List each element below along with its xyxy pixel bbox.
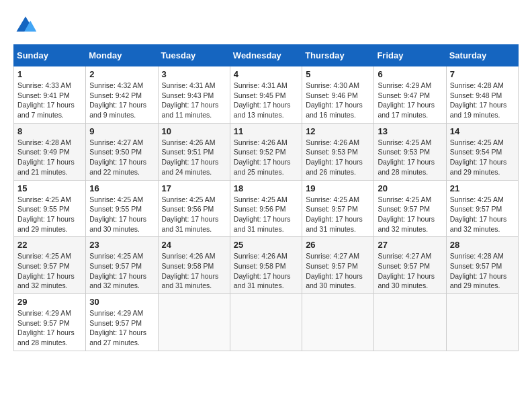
calendar-table: SundayMondayTuesdayWednesdayThursdayFrid… [13,44,519,351]
calendar-cell: 21Sunrise: 4:25 AM Sunset: 9:57 PM Dayli… [446,180,518,237]
calendar-cell: 15Sunrise: 4:25 AM Sunset: 9:55 PM Dayli… [14,180,86,237]
day-number: 11 [234,126,298,136]
day-number: 3 [162,69,226,79]
calendar-cell: 12Sunrise: 4:26 AM Sunset: 9:53 PM Dayli… [302,123,374,180]
day-number: 4 [234,69,298,79]
day-number: 17 [162,183,226,193]
day-info: Sunrise: 4:25 AM Sunset: 9:55 PM Dayligh… [17,195,82,234]
calendar-cell: 6Sunrise: 4:29 AM Sunset: 9:47 PM Daylig… [374,66,446,124]
day-number: 20 [378,183,442,193]
day-info: Sunrise: 4:27 AM Sunset: 9:57 PM Dayligh… [378,251,442,291]
day-info: Sunrise: 4:29 AM Sunset: 9:57 PM Dayligh… [89,308,154,348]
calendar-cell: 9Sunrise: 4:27 AM Sunset: 9:50 PM Daylig… [86,123,158,180]
day-number: 13 [378,126,442,136]
day-info: Sunrise: 4:25 AM Sunset: 9:57 PM Dayligh… [17,251,82,291]
day-info: Sunrise: 4:25 AM Sunset: 9:56 PM Dayligh… [162,195,226,234]
day-info: Sunrise: 4:30 AM Sunset: 9:46 PM Dayligh… [306,81,370,120]
day-number: 23 [89,240,154,250]
day-info: Sunrise: 4:29 AM Sunset: 9:47 PM Dayligh… [378,81,442,120]
day-info: Sunrise: 4:26 AM Sunset: 9:52 PM Dayligh… [234,138,298,177]
day-number: 6 [378,69,442,79]
day-number: 22 [17,240,82,250]
logo-icon [13,13,38,38]
calendar-cell: 26Sunrise: 4:27 AM Sunset: 9:57 PM Dayli… [302,237,374,294]
calendar-cell: 1Sunrise: 4:33 AM Sunset: 9:41 PM Daylig… [14,66,86,124]
header-sunday: Sunday [14,45,86,66]
day-info: Sunrise: 4:28 AM Sunset: 9:48 PM Dayligh… [450,81,515,120]
calendar-cell: 17Sunrise: 4:25 AM Sunset: 9:56 PM Dayli… [158,180,230,237]
calendar-cell: 5Sunrise: 4:30 AM Sunset: 9:46 PM Daylig… [302,66,374,124]
header-thursday: Thursday [302,45,374,66]
day-info: Sunrise: 4:33 AM Sunset: 9:41 PM Dayligh… [17,81,82,120]
calendar-cell: 25Sunrise: 4:26 AM Sunset: 9:58 PM Dayli… [230,237,302,294]
day-number: 15 [17,183,82,193]
day-number: 8 [17,126,82,136]
day-number: 26 [306,240,370,250]
calendar-cell: 2Sunrise: 4:32 AM Sunset: 9:42 PM Daylig… [86,66,158,124]
day-info: Sunrise: 4:25 AM Sunset: 9:57 PM Dayligh… [306,195,370,234]
calendar-cell: 22Sunrise: 4:25 AM Sunset: 9:57 PM Dayli… [14,237,86,294]
calendar-cell: 23Sunrise: 4:25 AM Sunset: 9:57 PM Dayli… [86,237,158,294]
day-info: Sunrise: 4:28 AM Sunset: 9:49 PM Dayligh… [17,138,82,177]
header-friday: Friday [374,45,446,66]
day-info: Sunrise: 4:25 AM Sunset: 9:57 PM Dayligh… [89,251,154,291]
page-header [13,13,519,38]
calendar-cell: 27Sunrise: 4:27 AM Sunset: 9:57 PM Dayli… [374,237,446,294]
day-number: 9 [89,126,154,136]
day-number: 1 [17,69,82,79]
week-row-2: 8Sunrise: 4:28 AM Sunset: 9:49 PM Daylig… [14,123,519,180]
calendar-cell: 8Sunrise: 4:28 AM Sunset: 9:49 PM Daylig… [14,123,86,180]
day-number: 18 [234,183,298,193]
day-number: 19 [306,183,370,193]
calendar-cell: 28Sunrise: 4:28 AM Sunset: 9:57 PM Dayli… [446,237,518,294]
day-number: 2 [89,69,154,79]
day-info: Sunrise: 4:32 AM Sunset: 9:42 PM Dayligh… [89,81,154,120]
day-number: 7 [450,69,515,79]
header-saturday: Saturday [446,45,518,66]
day-info: Sunrise: 4:27 AM Sunset: 9:50 PM Dayligh… [89,138,154,177]
calendar-cell: 10Sunrise: 4:26 AM Sunset: 9:51 PM Dayli… [158,123,230,180]
day-info: Sunrise: 4:25 AM Sunset: 9:54 PM Dayligh… [450,138,515,177]
calendar-cell: 18Sunrise: 4:25 AM Sunset: 9:56 PM Dayli… [230,180,302,237]
calendar-header-row: SundayMondayTuesdayWednesdayThursdayFrid… [14,45,519,66]
day-info: Sunrise: 4:25 AM Sunset: 9:57 PM Dayligh… [450,195,515,234]
day-info: Sunrise: 4:25 AM Sunset: 9:55 PM Dayligh… [89,195,154,234]
day-number: 25 [234,240,298,250]
calendar-cell [158,294,230,351]
header-monday: Monday [86,45,158,66]
calendar-cell [230,294,302,351]
day-info: Sunrise: 4:25 AM Sunset: 9:53 PM Dayligh… [378,138,442,177]
calendar-cell: 13Sunrise: 4:25 AM Sunset: 9:53 PM Dayli… [374,123,446,180]
day-info: Sunrise: 4:25 AM Sunset: 9:56 PM Dayligh… [234,195,298,234]
day-info: Sunrise: 4:25 AM Sunset: 9:57 PM Dayligh… [378,195,442,234]
calendar-cell: 11Sunrise: 4:26 AM Sunset: 9:52 PM Dayli… [230,123,302,180]
calendar-cell: 24Sunrise: 4:26 AM Sunset: 9:58 PM Dayli… [158,237,230,294]
day-info: Sunrise: 4:29 AM Sunset: 9:57 PM Dayligh… [17,308,82,348]
calendar-cell [446,294,518,351]
calendar-cell: 20Sunrise: 4:25 AM Sunset: 9:57 PM Dayli… [374,180,446,237]
day-info: Sunrise: 4:27 AM Sunset: 9:57 PM Dayligh… [306,251,370,291]
day-info: Sunrise: 4:26 AM Sunset: 9:51 PM Dayligh… [162,138,226,177]
week-row-3: 15Sunrise: 4:25 AM Sunset: 9:55 PM Dayli… [14,180,519,237]
calendar-cell: 14Sunrise: 4:25 AM Sunset: 9:54 PM Dayli… [446,123,518,180]
day-info: Sunrise: 4:31 AM Sunset: 9:45 PM Dayligh… [234,81,298,120]
calendar-cell: 19Sunrise: 4:25 AM Sunset: 9:57 PM Dayli… [302,180,374,237]
day-number: 30 [89,297,154,307]
day-number: 14 [450,126,515,136]
calendar-cell: 16Sunrise: 4:25 AM Sunset: 9:55 PM Dayli… [86,180,158,237]
day-info: Sunrise: 4:26 AM Sunset: 9:58 PM Dayligh… [234,251,298,291]
calendar-cell [374,294,446,351]
header-tuesday: Tuesday [158,45,230,66]
day-number: 24 [162,240,226,250]
calendar-cell: 29Sunrise: 4:29 AM Sunset: 9:57 PM Dayli… [14,294,86,351]
day-number: 16 [89,183,154,193]
week-row-4: 22Sunrise: 4:25 AM Sunset: 9:57 PM Dayli… [14,237,519,294]
day-number: 28 [450,240,515,250]
header-wednesday: Wednesday [230,45,302,66]
week-row-5: 29Sunrise: 4:29 AM Sunset: 9:57 PM Dayli… [14,294,519,351]
day-number: 27 [378,240,442,250]
day-info: Sunrise: 4:26 AM Sunset: 9:58 PM Dayligh… [162,251,226,291]
calendar-body: 1Sunrise: 4:33 AM Sunset: 9:41 PM Daylig… [14,66,519,351]
calendar-cell: 30Sunrise: 4:29 AM Sunset: 9:57 PM Dayli… [86,294,158,351]
day-number: 29 [17,297,82,307]
